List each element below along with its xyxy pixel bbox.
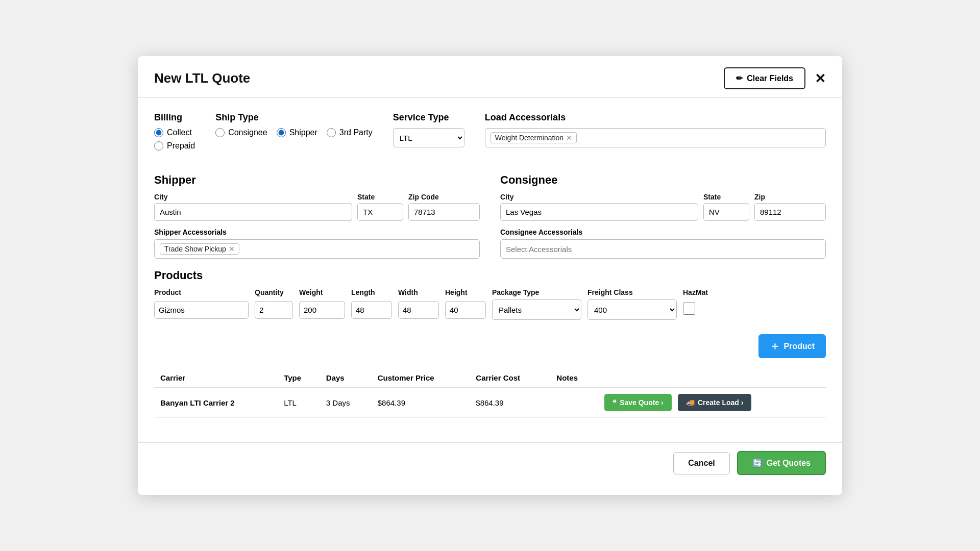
shipper-accessorials-text-input[interactable] bbox=[242, 245, 474, 254]
billing-collect-label: Collect bbox=[167, 128, 192, 137]
ship-type-shipper-option[interactable]: Shipper bbox=[277, 128, 317, 137]
product-height-cell bbox=[445, 301, 486, 319]
ship-type-3rdparty-label: 3rd Party bbox=[339, 128, 373, 137]
billing-label: Billing bbox=[154, 112, 195, 123]
product-hazmat-cell bbox=[683, 303, 714, 317]
shipper-state-input[interactable] bbox=[357, 203, 403, 221]
load-accessorials-input[interactable]: Weight Determination ✕ bbox=[485, 128, 826, 147]
close-button[interactable]: ✕ bbox=[815, 72, 826, 85]
cancel-button[interactable]: Cancel bbox=[673, 452, 729, 474]
carrier-notes-cell bbox=[550, 388, 598, 418]
ship-type-shipper-radio[interactable] bbox=[277, 128, 286, 137]
consignee-city-input[interactable] bbox=[500, 203, 698, 221]
load-accessorial-remove-icon[interactable]: ✕ bbox=[566, 134, 572, 141]
service-type-select[interactable]: LTL Volume Truckload bbox=[393, 128, 464, 147]
shipper-city-field: City bbox=[154, 193, 352, 221]
product-height-input[interactable] bbox=[445, 301, 486, 319]
divider-1 bbox=[154, 163, 826, 163]
shipper-location-fields: City State Zip Code bbox=[154, 193, 480, 221]
consignee-block: Consignee City State Zip bbox=[500, 173, 826, 259]
billing-collect-option[interactable]: Collect bbox=[154, 128, 195, 137]
ship-type-consignee-label: Consignee bbox=[228, 128, 267, 137]
product-name-cell bbox=[154, 301, 249, 319]
load-accessorial-tag: Weight Determination ✕ bbox=[491, 132, 577, 143]
consignee-zip-input[interactable] bbox=[754, 203, 826, 221]
product-package-type-cell: Pallets Boxes Crates Drums bbox=[492, 299, 581, 320]
ship-type-section: Ship Type Consignee Shipper 3rd Party bbox=[215, 112, 373, 137]
consignee-city-field: City bbox=[500, 193, 698, 221]
billing-radio-group: Collect Prepaid bbox=[154, 128, 195, 151]
consignee-zip-field: Zip bbox=[754, 193, 826, 221]
col-header-notes: Notes bbox=[550, 368, 598, 388]
billing-prepaid-option[interactable]: Prepaid bbox=[154, 141, 195, 151]
load-accessorial-tag-label: Weight Determination bbox=[495, 134, 564, 142]
product-name-input[interactable] bbox=[154, 301, 249, 319]
product-quantity-input[interactable] bbox=[255, 301, 293, 319]
shipper-state-field: State bbox=[357, 193, 403, 221]
ship-type-label: Ship Type bbox=[215, 112, 373, 123]
create-load-button[interactable]: 🚚 Create Load › bbox=[678, 394, 751, 411]
shipper-city-label: City bbox=[154, 193, 352, 201]
consignee-location-fields: City State Zip bbox=[500, 193, 826, 221]
top-options-row: Billing Collect Prepaid Ship Type bbox=[154, 112, 826, 151]
product-hazmat-checkbox[interactable] bbox=[683, 303, 695, 315]
carrier-cost-cell: $864.39 bbox=[470, 388, 550, 418]
add-product-label: Product bbox=[784, 342, 815, 351]
ship-type-3rdparty-radio[interactable] bbox=[327, 128, 336, 137]
product-length-input[interactable] bbox=[351, 301, 392, 319]
consignee-state-label: State bbox=[703, 193, 749, 201]
shipper-accessorials-wrapper: Shipper Accessorials Trade Show Pickup ✕ bbox=[154, 228, 480, 259]
shipper-accessorial-remove-icon[interactable]: ✕ bbox=[229, 245, 235, 253]
shipper-city-input[interactable] bbox=[154, 203, 352, 221]
col-header-length: Length bbox=[351, 288, 392, 296]
col-header-customer-price: Customer Price bbox=[372, 368, 470, 388]
consignee-title: Consignee bbox=[500, 173, 826, 187]
product-freight-class-select[interactable]: 50 55 60 65 70 77.5 85 92.5 100 110 125 … bbox=[587, 299, 677, 320]
col-header-weight: Weight bbox=[299, 288, 345, 296]
shipper-consignee-row: Shipper City State Zip Code bbox=[154, 173, 826, 259]
billing-collect-radio[interactable] bbox=[154, 128, 163, 137]
col-header-height: Height bbox=[445, 288, 486, 296]
consignee-accessorials-text-input[interactable] bbox=[506, 245, 820, 254]
results-table: Carrier Type Days Customer Price Carrier… bbox=[154, 368, 826, 418]
create-load-label: Create Load › bbox=[698, 398, 743, 407]
col-header-carrier: Carrier bbox=[154, 368, 278, 388]
get-quotes-icon: 🔄 bbox=[752, 458, 763, 468]
product-package-type-select[interactable]: Pallets Boxes Crates Drums bbox=[492, 299, 581, 320]
billing-prepaid-radio[interactable] bbox=[154, 141, 163, 151]
header-actions: ✏ Clear Fields ✕ bbox=[724, 67, 826, 89]
save-quote-button[interactable]: ❝ Save Quote › bbox=[604, 394, 672, 411]
ship-type-consignee-option[interactable]: Consignee bbox=[215, 128, 267, 137]
ship-type-3rdparty-option[interactable]: 3rd Party bbox=[327, 128, 373, 137]
col-header-carrier-cost: Carrier Cost bbox=[470, 368, 550, 388]
product-weight-input[interactable] bbox=[299, 301, 345, 319]
col-header-days: Days bbox=[320, 368, 372, 388]
get-quotes-button[interactable]: 🔄 Get Quotes bbox=[737, 451, 826, 475]
shipper-block: Shipper City State Zip Code bbox=[154, 173, 480, 259]
table-row: Banyan LTI Carrier 2 LTL 3 Days $864.39 … bbox=[154, 388, 826, 418]
billing-section: Billing Collect Prepaid bbox=[154, 112, 195, 151]
load-accessorials-text-input[interactable] bbox=[580, 134, 820, 142]
product-weight-cell bbox=[299, 301, 345, 319]
col-header-freight-class: Freight Class bbox=[587, 288, 677, 296]
load-accessorials-label: Load Accessorials bbox=[485, 112, 826, 123]
consignee-state-input[interactable] bbox=[703, 203, 749, 221]
shipper-accessorial-tag: Trade Show Pickup ✕ bbox=[160, 243, 239, 255]
col-header-quantity: Quantity bbox=[255, 288, 293, 296]
shipper-zip-input[interactable] bbox=[408, 203, 480, 221]
shipper-zip-field: Zip Code bbox=[408, 193, 480, 221]
service-type-section: Service Type LTL Volume Truckload bbox=[393, 112, 464, 147]
ship-type-consignee-radio[interactable] bbox=[215, 128, 225, 137]
col-header-product: Product bbox=[154, 288, 249, 296]
add-product-button[interactable]: ＋ Product bbox=[758, 334, 826, 358]
consignee-accessorials-input[interactable] bbox=[500, 239, 826, 259]
save-quote-label: Save Quote › bbox=[620, 398, 664, 407]
get-quotes-label: Get Quotes bbox=[767, 459, 811, 468]
carrier-type-cell: LTL bbox=[278, 388, 320, 418]
shipper-zip-label: Zip Code bbox=[408, 193, 480, 201]
product-width-input[interactable] bbox=[398, 301, 439, 319]
clear-fields-button[interactable]: ✏ Clear Fields bbox=[724, 67, 805, 89]
carrier-name-cell: Banyan LTI Carrier 2 bbox=[154, 388, 278, 418]
shipper-accessorials-input[interactable]: Trade Show Pickup ✕ bbox=[154, 239, 480, 259]
carrier-days-cell: 3 Days bbox=[320, 388, 372, 418]
